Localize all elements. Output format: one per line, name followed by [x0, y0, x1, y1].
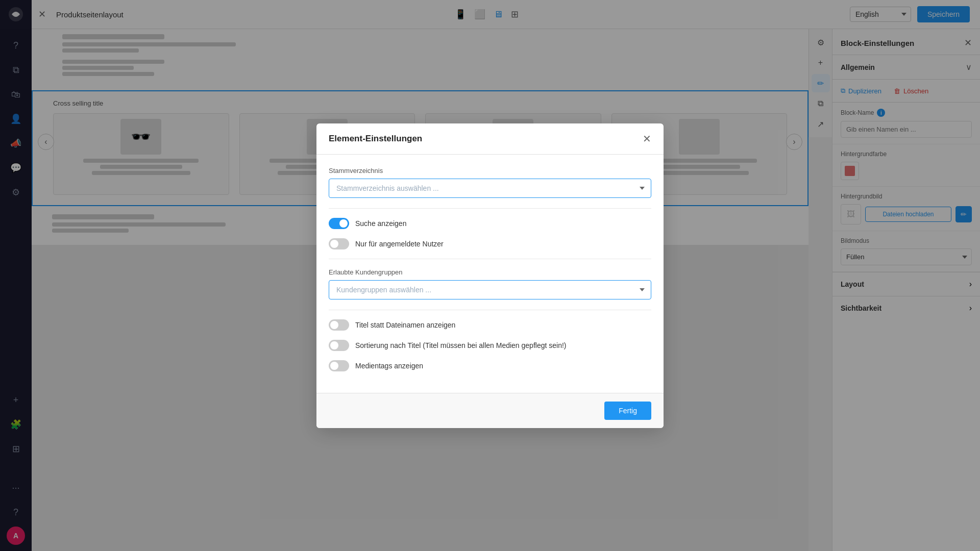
modal-body: Stammverzeichnis Stammverzeichnis auswäh… [316, 155, 664, 393]
angemeldet-slider [329, 238, 349, 249]
titel-toggle[interactable] [329, 319, 349, 331]
angemeldet-toggle[interactable] [329, 238, 349, 249]
titel-toggle-row: Titel statt Dateinamen anzeigen [329, 319, 651, 331]
angemeldet-toggle-row: Nur für angemeldete Nutzer [329, 238, 651, 249]
medientags-slider [329, 360, 349, 371]
divider-3 [329, 310, 651, 310]
stammverzeichnis-label: Stammverzeichnis [329, 167, 651, 174]
kundengruppen-field: Erlaubte Kundengruppen Kundengruppen aus… [329, 268, 651, 299]
titel-label: Titel statt Dateinamen anzeigen [355, 321, 455, 329]
divider-1 [329, 208, 651, 209]
fertig-button[interactable]: Fertig [604, 402, 651, 420]
kundengruppen-select[interactable]: Kundengruppen auswählen ... [329, 280, 651, 299]
titel-slider [329, 319, 349, 331]
modal-header: Element-Einstellungen ✕ [316, 123, 664, 155]
sortierung-toggle[interactable] [329, 340, 349, 351]
suche-toggle[interactable] [329, 218, 349, 229]
sortierung-slider [329, 340, 349, 351]
modal-title: Element-Einstellungen [329, 134, 422, 144]
medientags-toggle-row: Medientags anzeigen [329, 360, 651, 371]
suche-label: Suche anzeigen [355, 219, 406, 228]
divider-2 [329, 259, 651, 259]
modal-overlay: Element-Einstellungen ✕ Stammverzeichnis… [0, 0, 980, 551]
sortierung-toggle-row: Sortierung nach Titel (Titel müssen bei … [329, 340, 651, 351]
suche-slider [329, 218, 349, 229]
medientags-label: Medientags anzeigen [355, 362, 423, 370]
kundengruppen-label: Erlaubte Kundengruppen [329, 268, 651, 276]
medientags-toggle[interactable] [329, 360, 349, 371]
element-settings-modal: Element-Einstellungen ✕ Stammverzeichnis… [316, 123, 664, 428]
sortierung-label: Sortierung nach Titel (Titel müssen bei … [355, 341, 566, 349]
modal-close-button[interactable]: ✕ [643, 133, 651, 145]
suche-toggle-row: Suche anzeigen [329, 218, 651, 229]
stammverzeichnis-field: Stammverzeichnis Stammverzeichnis auswäh… [329, 167, 651, 198]
modal-footer: Fertig [316, 393, 664, 428]
angemeldet-label: Nur für angemeldete Nutzer [355, 240, 444, 248]
stammverzeichnis-select[interactable]: Stammverzeichnis auswählen ... [329, 179, 651, 198]
